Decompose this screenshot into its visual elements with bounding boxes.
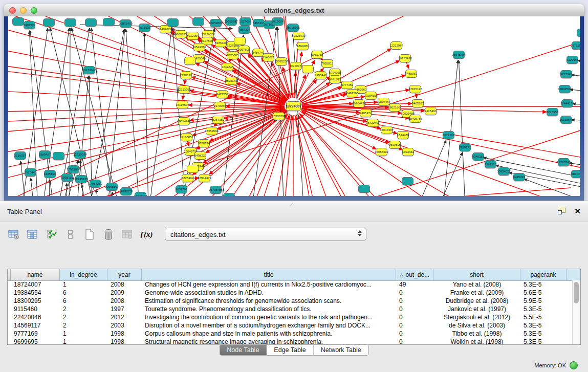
graph-node[interactable]: 9242848 <box>222 63 233 71</box>
graph-node[interactable]: 9498222 <box>194 151 206 160</box>
graph-node[interactable]: 9699695 <box>389 141 401 149</box>
table-cell[interactable]: 1 <box>60 338 107 344</box>
table-cell[interactable]: 0 <box>396 338 433 344</box>
table-row[interactable]: 911546021997Tourette syndrome. Phenomeno… <box>8 305 573 313</box>
graph-node[interactable]: 1864081 <box>297 42 309 50</box>
graph-node[interactable]: 9115460 <box>425 107 437 115</box>
graph-node[interactable] <box>53 152 64 160</box>
table-cell[interactable]: 9115460 <box>11 305 60 313</box>
table-cell[interactable]: 1 <box>60 281 107 288</box>
table-row[interactable]: 1872400712008Changes of HCN gene express… <box>8 280 573 289</box>
table-row[interactable]: 1938455462009Genome-wide association stu… <box>8 289 573 297</box>
table-cell[interactable]: 5.3E-5 <box>520 330 567 337</box>
table-cell[interactable]: Investigating the contribution of common… <box>142 314 396 321</box>
graph-node[interactable]: 862160 <box>389 103 401 112</box>
memory-ok-indicator[interactable] <box>570 361 578 369</box>
table-cell[interactable]: 5.9E-5 <box>520 297 567 304</box>
graph-node[interactable]: 17359934 <box>74 150 86 159</box>
graph-node[interactable]: 8813054 <box>272 17 284 26</box>
graph-node[interactable]: 12444132 <box>561 99 573 107</box>
select-column-button[interactable] <box>26 228 39 241</box>
graph-node[interactable]: 9621072 <box>329 75 341 83</box>
table-cell[interactable]: Jankovic et al. (1997) <box>433 305 520 313</box>
table-cell[interactable]: 6 <box>60 289 107 296</box>
table-cell[interactable]: 0 <box>396 314 433 321</box>
graph-node[interactable]: 1104053 <box>571 170 580 178</box>
graph-node[interactable] <box>223 193 235 196</box>
float-panel-icon[interactable] <box>558 208 566 215</box>
select-all-button[interactable] <box>45 228 58 241</box>
table-cell[interactable]: 2009 <box>107 289 142 296</box>
table-cell[interactable]: 2003 <box>107 322 142 329</box>
graph-node[interactable] <box>402 177 413 185</box>
network-canvas[interactable]: 7463822966012589123541522605891275061654… <box>8 16 580 196</box>
panel-resize-grip[interactable]: ⟋ <box>290 202 293 208</box>
graph-node[interactable]: 18300295 <box>273 112 285 120</box>
table-cell[interactable]: Tourette syndrome. Phenomenology and cla… <box>142 305 396 313</box>
graph-node[interactable]: 9361518 <box>485 160 496 168</box>
table-cell[interactable]: Disruption of a novel member of a sodium… <box>142 322 396 329</box>
graph-node[interactable]: 12213967 <box>390 41 402 50</box>
graph-node[interactable]: 16543362 <box>193 43 205 51</box>
table-cell[interactable]: 2 <box>60 322 107 329</box>
table-cell[interactable]: 5.6E-5 <box>520 289 567 296</box>
graph-node[interactable]: 1405572 <box>24 21 35 29</box>
table-cell[interactable]: 14569117 <box>11 322 60 329</box>
table-cell[interactable]: Franke et al. (2009) <box>433 289 520 296</box>
table-cell[interactable]: 0 <box>396 305 433 313</box>
graph-node[interactable]: 12710345 <box>558 158 570 166</box>
graph-node[interactable]: 1889487 <box>39 150 51 159</box>
graph-node[interactable] <box>184 57 196 65</box>
graph-node[interactable] <box>577 29 580 37</box>
graph-node[interactable] <box>64 18 76 27</box>
graph-node[interactable]: 15057493 <box>376 148 387 156</box>
graph-node[interactable] <box>85 18 97 27</box>
table-cell[interactable]: 18300295 <box>11 297 60 304</box>
graph-node[interactable] <box>358 185 370 193</box>
table-cell[interactable]: Yano et al. (2008) <box>433 281 520 288</box>
graph-node[interactable]: 9857791 <box>176 185 187 193</box>
unmerge-rows-button[interactable] <box>64 228 77 241</box>
graph-node[interactable] <box>234 37 246 45</box>
graph-node[interactable]: 2516057 <box>14 151 26 160</box>
table-cell[interactable]: 2008 <box>107 281 142 288</box>
column-header-short[interactable]: short <box>433 269 520 280</box>
graph-node[interactable]: 9875685 <box>227 51 238 59</box>
graph-node[interactable]: 19384554 <box>365 92 377 100</box>
tab-edge-table[interactable]: Edge Table <box>267 345 313 355</box>
table-cell[interactable]: 19384554 <box>11 289 60 296</box>
table-cell[interactable]: 2 <box>60 314 107 321</box>
graph-node[interactable]: 16210645 <box>560 116 572 124</box>
graph-node[interactable]: 2803143 <box>225 77 237 85</box>
table-cell[interactable]: 5.3E-5 <box>520 281 567 288</box>
graph-node[interactable]: 17975125 <box>409 85 421 93</box>
graph-node[interactable]: 7515526 <box>139 24 150 32</box>
graph-node[interactable]: 9227349 <box>560 70 572 78</box>
table-cell[interactable]: Estimation of significance thresholds fo… <box>142 297 396 304</box>
graph-node[interactable]: 7857224 <box>238 26 250 34</box>
graph-node[interactable]: 18218506 <box>287 24 299 32</box>
graph-node[interactable]: 15353594 <box>206 127 217 135</box>
graph-node[interactable]: 20153346 <box>83 66 95 74</box>
table-cell[interactable]: Genome-wide association studies in ADHD. <box>142 289 396 296</box>
table-row[interactable]: 1456911722003Disruption of a novel membe… <box>8 321 573 330</box>
table-row[interactable]: 1830029562008Estimation of significance … <box>8 297 573 305</box>
graph-node[interactable]: 9170064 <box>214 102 226 110</box>
delete-table-button[interactable] <box>102 228 115 241</box>
column-header-year[interactable]: year <box>107 269 142 280</box>
graph-node[interactable]: 6679197 <box>443 131 454 139</box>
graph-node[interactable]: 9427552 <box>216 90 228 98</box>
table-cell[interactable]: 5.3E-5 <box>520 305 567 313</box>
table-cell[interactable]: 1 <box>60 330 107 337</box>
table-cell[interactable]: 0 <box>396 330 433 337</box>
table-row[interactable]: 977716911998Corpus callosum shape and si… <box>8 330 573 338</box>
table-cell[interactable]: 2008 <box>107 297 142 304</box>
table-cell[interactable]: 1998 <box>107 338 142 344</box>
graph-node[interactable]: 15716485 <box>210 186 222 194</box>
table-selector-dropdown[interactable]: citations_edges.txt <box>165 228 366 241</box>
graph-node[interactable]: 20891406 <box>120 19 132 28</box>
table-cell[interactable]: 1998 <box>107 330 142 337</box>
graph-node[interactable]: 6497568 <box>346 89 358 97</box>
graph-node[interactable]: 9245022 <box>513 173 525 181</box>
table-cell[interactable]: 2012 <box>107 314 142 321</box>
